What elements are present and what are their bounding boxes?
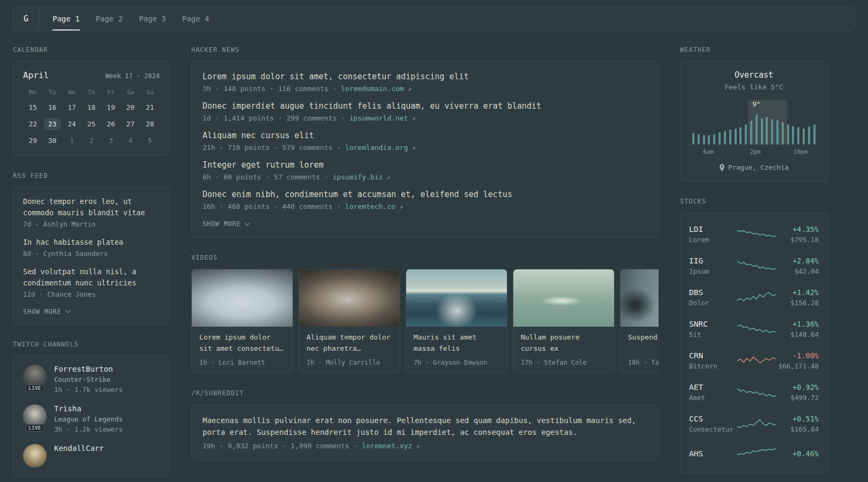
calendar-day: 16 (42, 102, 62, 114)
item-meta: 1d · 1,414 points · 299 comments · ipsum… (203, 114, 647, 122)
calendar-day: 24 (62, 118, 81, 130)
weather-condition: Overcast (689, 70, 819, 80)
tab-page-4[interactable]: Page 4 (174, 7, 218, 31)
tab-page-3[interactable]: Page 3 (131, 7, 174, 31)
video-card[interactable]: Nullam posuere cursus ex17h · Stefan Col… (513, 269, 615, 373)
rss-item-title[interactable]: In hac habitasse platea (23, 237, 160, 248)
weather-time-label: 6am (703, 148, 714, 155)
weather-bar (708, 135, 710, 145)
external-link-icon: ↗ (408, 144, 416, 152)
video-thumbnail (192, 269, 293, 327)
stocks-widget: LDILorem+4.35%$795.18IIGIpsum+2.84%$42.0… (680, 213, 828, 473)
tab-page-1[interactable]: Page 1 (44, 7, 88, 31)
video-card[interactable]: Mauris sit amet massa felis7h · Grayson … (406, 269, 507, 373)
hackernews-show-more-button[interactable]: SHOW MORE (203, 220, 249, 228)
stock-row[interactable]: AHS+0.46% (680, 440, 827, 468)
twitch-channel-row[interactable]: KendallCarr (23, 444, 160, 468)
rss-show-more-button[interactable]: SHOW MORE (23, 308, 70, 315)
item-domain-link[interactable]: loremdomain.com (341, 85, 403, 93)
video-title: Nullam posuere cursus ex (521, 332, 607, 355)
item-domain-link[interactable]: loremnet.xyz (362, 442, 412, 450)
video-card-body: Aliquam tempor dolor nec pharetra…1h · M… (299, 327, 400, 373)
stock-row[interactable]: IIGIpsum+2.84%$42.04 (680, 250, 827, 282)
calendar-day-today: 23 (44, 118, 61, 130)
twitch-channel-meta: 1h · 1.7k viewers (54, 386, 123, 394)
rss-section: RSS FEED Donec tempor eros leo, ut commo… (13, 172, 170, 325)
hackernews-list: Lorem ipsum dolor sit amet, consectetur … (203, 71, 647, 210)
twitch-channel-row[interactable]: LIVETrishaLeague of Legends3h · 1.2k vie… (23, 404, 160, 433)
weather-bar (703, 135, 705, 145)
stock-symbol: CCS (689, 415, 735, 423)
weather-feels-like: Feels like 5°C (689, 83, 819, 91)
stock-name: Amet (689, 394, 735, 402)
video-meta: 18h · Tara (628, 359, 659, 366)
stock-values: +4.35%$795.18 (790, 225, 819, 244)
twitch-channel-name[interactable]: ForrestBurton (54, 365, 123, 373)
weather-bar (803, 129, 805, 145)
external-link-icon: ↗ (408, 115, 416, 122)
rss-item-title[interactable]: Donec tempor eros leo, ut commodo mauris… (23, 196, 160, 219)
weather-time-label: 2pm (750, 148, 760, 155)
stock-row[interactable]: DBSDolor+1.42%$156.28 (680, 282, 827, 313)
video-meta: 17h · Stefan Cole (521, 359, 607, 366)
item-domain-link[interactable]: ipsumify.biz (333, 173, 383, 181)
live-badge: LIVE (25, 424, 44, 432)
item-domain-link[interactable]: ipsumworld.net (349, 114, 408, 122)
stock-row[interactable]: LDILorem+4.35%$795.18 (680, 219, 827, 250)
video-card-body: Mauris sit amet massa felis7h · Grayson … (406, 327, 507, 373)
video-thumbnail (299, 269, 400, 327)
weather-hourly-chart: 9° (689, 100, 819, 145)
video-card[interactable]: Aliquam tempor dolor nec pharetra…1h · M… (298, 269, 400, 373)
stock-row[interactable]: SNRCSit+1.36%$148.64 (680, 313, 827, 345)
calendar-day-header: We (62, 89, 81, 96)
stock-info: AETAmet (689, 383, 735, 402)
stock-sparkline (737, 227, 776, 242)
calendar-day-header: Su (140, 89, 160, 96)
stock-name: Bitcorn (689, 362, 735, 370)
twitch-section: TWITCH CHANNELS LIVEForrestBurtonCounter… (13, 341, 170, 477)
calendar-day: 21 (140, 102, 160, 114)
stock-values: -1.00%$66,171.48 (779, 351, 819, 370)
stock-row[interactable]: CRNBitcorn-1.00%$66,171.48 (680, 345, 827, 376)
dashboard-page: G Page 1Page 2Page 3Page 4 CALENDAR Apri… (0, 0, 868, 477)
twitch-widget: LIVEForrestBurtonCounter-Strike1h · 1.7k… (13, 356, 170, 477)
calendar-day: 20 (121, 102, 140, 114)
video-card[interactable]: Suspendisse diam18h · Tara (620, 269, 659, 373)
stock-row[interactable]: CCSConsectetur+0.51%$165.84 (680, 408, 827, 440)
weather-time-axis: 6am2pm10pm (689, 148, 819, 156)
stock-change: +2.84% (792, 257, 819, 265)
hackernews-item-title[interactable]: Donec imperdiet augue tincidunt felis al… (203, 101, 647, 112)
weather-bar (719, 132, 721, 145)
stock-values: +1.36%$148.64 (790, 320, 819, 338)
calendar-grid: MoTuWeThFrSaSu15161718192021222324252627… (23, 89, 160, 147)
twitch-channel-row[interactable]: LIVEForrestBurtonCounter-Strike1h · 1.7k… (23, 365, 160, 394)
stock-values: +1.42%$156.28 (790, 288, 819, 307)
chevron-down-icon (244, 220, 250, 225)
hackernews-item-title[interactable]: Integer eget rutrum lorem (203, 160, 647, 171)
rss-item-title[interactable]: Sed volutpat nulla nisl, a condimentum n… (23, 266, 160, 289)
twitch-channel-name[interactable]: Trisha (54, 404, 123, 413)
item-domain-link[interactable]: loremtech.co (345, 202, 395, 210)
tab-page-2[interactable]: Page 2 (88, 7, 131, 31)
twitch-channel-game: Counter-Strike (54, 375, 123, 383)
stock-sparkline (737, 353, 776, 368)
rss-section-title: RSS FEED (13, 172, 170, 179)
hackernews-item-title[interactable]: Aliquam nec cursus elit (203, 130, 647, 141)
external-link-icon: ↗ (395, 203, 403, 210)
subreddit-post-title[interactable]: Maecenas mollis pulvinar erat non posuer… (203, 415, 647, 439)
video-card[interactable]: Lorem ipsum dolor sit amet consectetu…1h… (191, 269, 293, 373)
video-card-body: Nullam posuere cursus ex17h · Stefan Col… (513, 327, 614, 373)
calendar-day: 25 (81, 118, 101, 130)
video-thumbnail (406, 269, 507, 327)
twitch-channel-game: League of Legends (54, 415, 123, 423)
twitch-channel-meta: 3h · 1.2k viewers (54, 425, 123, 433)
stock-row[interactable]: AETAmet+0.92%$499.72 (680, 376, 827, 408)
calendar-day: 26 (101, 118, 121, 130)
weather-section-title: WEATHER (680, 46, 828, 54)
item-domain-link[interactable]: loremlandia.org (345, 144, 408, 152)
twitch-channel-name[interactable]: KendallCarr (54, 444, 104, 453)
stock-name: Lorem (689, 236, 735, 244)
app-logo[interactable]: G (13, 7, 39, 31)
hackernews-item-title[interactable]: Donec enim nibh, condimentum et accumsan… (203, 189, 647, 200)
hackernews-item-title[interactable]: Lorem ipsum dolor sit amet, consectetur … (203, 71, 647, 82)
